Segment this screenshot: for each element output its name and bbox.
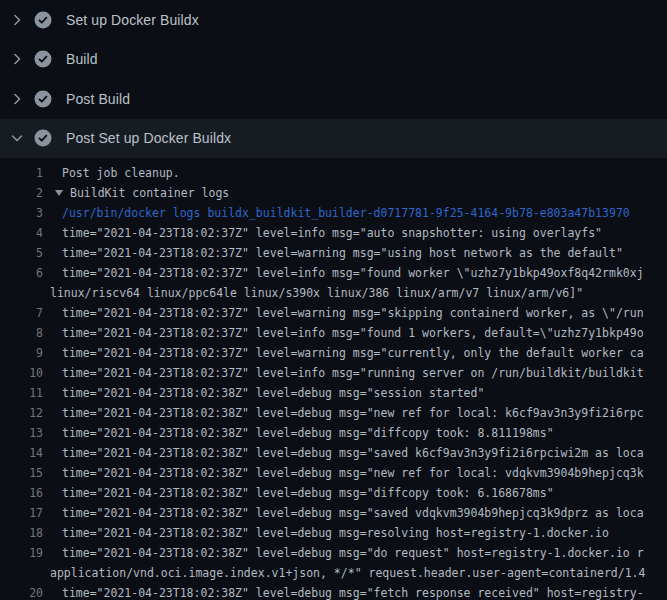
log-text: time="2021-04-23T18:02:37Z" level=warnin… <box>62 343 644 363</box>
line-number[interactable]: 14 <box>0 443 43 463</box>
line-number[interactable]: 4 <box>0 223 43 243</box>
step-label: Post Set up Docker Buildx <box>66 130 231 146</box>
log-text: Post job cleanup. <box>62 163 180 183</box>
step-setup-docker-buildx[interactable]: Set up Docker Buildx <box>0 0 667 40</box>
line-number[interactable]: 15 <box>0 463 43 483</box>
log-line: 5 time="2021-04-23T18:02:37Z" level=warn… <box>0 243 667 263</box>
line-number[interactable]: 3 <box>0 203 43 223</box>
log-text: BuildKit container logs <box>55 183 229 203</box>
chevron-right-icon <box>9 91 25 107</box>
log-text: time="2021-04-23T18:02:37Z" level=info m… <box>62 263 644 283</box>
chevron-right-icon <box>9 12 25 28</box>
log-line: 13 time="2021-04-23T18:02:38Z" level=deb… <box>0 423 667 443</box>
step-post-build[interactable]: Post Build <box>0 79 667 119</box>
step-list: Set up Docker Buildx Build Post Build <box>0 0 667 158</box>
line-number[interactable]: 5 <box>0 243 43 263</box>
log-text: time="2021-04-23T18:02:38Z" level=debug … <box>62 423 554 443</box>
line-number[interactable]: 7 <box>0 303 43 323</box>
line-number[interactable]: 19 <box>0 543 43 563</box>
log-line: 14 time="2021-04-23T18:02:38Z" level=deb… <box>0 443 667 463</box>
line-number[interactable]: 10 <box>0 363 43 383</box>
log-text: time="2021-04-23T18:02:37Z" level=info m… <box>62 323 644 343</box>
log-text: /usr/bin/docker logs buildx_buildkit_bui… <box>62 203 630 223</box>
log-line: 16 time="2021-04-23T18:02:38Z" level=deb… <box>0 483 667 503</box>
log-text: time="2021-04-23T18:02:37Z" level=warnin… <box>62 243 623 263</box>
log-text: time="2021-04-23T18:02:38Z" level=debug … <box>62 403 644 423</box>
chevron-right-icon <box>9 51 25 67</box>
log-text: linux/riscv64 linux/ppc64le linux/s390x … <box>50 283 583 303</box>
line-number[interactable]: 17 <box>0 503 43 523</box>
line-number[interactable]: 18 <box>0 523 43 543</box>
log-line: 19 time="2021-04-23T18:02:38Z" level=deb… <box>0 543 667 563</box>
step-label: Build <box>66 51 98 67</box>
log-group-buildkit-container-logs[interactable]: 2 BuildKit container logs <box>0 183 667 203</box>
line-number[interactable]: 1 <box>0 163 43 183</box>
line-number[interactable]: 13 <box>0 423 43 443</box>
line-number[interactable]: 8 <box>0 323 43 343</box>
log-text: time="2021-04-23T18:02:38Z" level=debug … <box>62 543 644 563</box>
log-line-command: 3 /usr/bin/docker logs buildx_buildkit_b… <box>0 203 667 223</box>
log-line: 6 time="2021-04-23T18:02:37Z" level=info… <box>0 263 667 283</box>
log-line: 9 time="2021-04-23T18:02:37Z" level=warn… <box>0 343 667 363</box>
log-text: time="2021-04-23T18:02:38Z" level=debug … <box>62 463 644 483</box>
log-text: application/vnd.oci.image.index.v1+json,… <box>50 563 645 583</box>
check-circle-icon <box>34 129 52 147</box>
log-line: 17 time="2021-04-23T18:02:38Z" level=deb… <box>0 503 667 523</box>
log-text: time="2021-04-23T18:02:37Z" level=info m… <box>62 223 602 243</box>
check-circle-icon <box>34 50 52 68</box>
line-number[interactable]: 20 <box>0 583 43 600</box>
line-number[interactable]: 12 <box>0 403 43 423</box>
step-label: Set up Docker Buildx <box>66 12 199 28</box>
log-line: 11 time="2021-04-23T18:02:38Z" level=deb… <box>0 383 667 403</box>
step-label: Post Build <box>66 91 130 107</box>
log-line: 12 time="2021-04-23T18:02:38Z" level=deb… <box>0 403 667 423</box>
log-line: 10 time="2021-04-23T18:02:37Z" level=inf… <box>0 363 667 383</box>
log-text: time="2021-04-23T18:02:38Z" level=debug … <box>62 503 644 523</box>
log-line: 15 time="2021-04-23T18:02:38Z" level=deb… <box>0 463 667 483</box>
log-line: 4 time="2021-04-23T18:02:37Z" level=info… <box>0 223 667 243</box>
log-text: time="2021-04-23T18:02:38Z" level=debug … <box>62 443 644 463</box>
line-number[interactable]: 9 <box>0 343 43 363</box>
log-output: 1 Post job cleanup. 2 BuildKit container… <box>0 158 667 600</box>
line-number <box>0 283 43 303</box>
log-line: 7 time="2021-04-23T18:02:37Z" level=warn… <box>0 303 667 323</box>
actions-log-viewer: Set up Docker Buildx Build Post Build <box>0 0 667 600</box>
log-text: time="2021-04-23T18:02:38Z" level=debug … <box>62 383 484 403</box>
step-build[interactable]: Build <box>0 40 667 80</box>
group-label: BuildKit container logs <box>70 183 229 203</box>
line-number <box>0 563 43 583</box>
log-text: time="2021-04-23T18:02:37Z" level=warnin… <box>62 303 644 323</box>
log-text: time="2021-04-23T18:02:37Z" level=info m… <box>62 363 644 383</box>
log-text: time="2021-04-23T18:02:38Z" level=debug … <box>62 483 554 503</box>
check-circle-icon <box>34 90 52 108</box>
log-line: 8 time="2021-04-23T18:02:37Z" level=info… <box>0 323 667 343</box>
log-line: 18 time="2021-04-23T18:02:38Z" level=deb… <box>0 523 667 543</box>
log-line-wrapped: linux/riscv64 linux/ppc64le linux/s390x … <box>0 283 667 303</box>
line-number[interactable]: 16 <box>0 483 43 503</box>
step-post-setup-docker-buildx[interactable]: Post Set up Docker Buildx <box>0 119 667 159</box>
log-line: 20 time="2021-04-23T18:02:38Z" level=deb… <box>0 583 667 600</box>
log-line-wrapped: application/vnd.oci.image.index.v1+json,… <box>0 563 667 583</box>
log-text: time="2021-04-23T18:02:38Z" level=debug … <box>62 583 644 600</box>
line-number[interactable]: 6 <box>0 263 43 283</box>
log-line: 1 Post job cleanup. <box>0 163 667 183</box>
triangle-down-icon <box>55 190 63 196</box>
check-circle-icon <box>34 11 52 29</box>
chevron-down-icon <box>9 130 25 146</box>
line-number[interactable]: 2 <box>0 183 43 203</box>
log-text: time="2021-04-23T18:02:38Z" level=debug … <box>62 523 609 543</box>
line-number[interactable]: 11 <box>0 383 43 403</box>
